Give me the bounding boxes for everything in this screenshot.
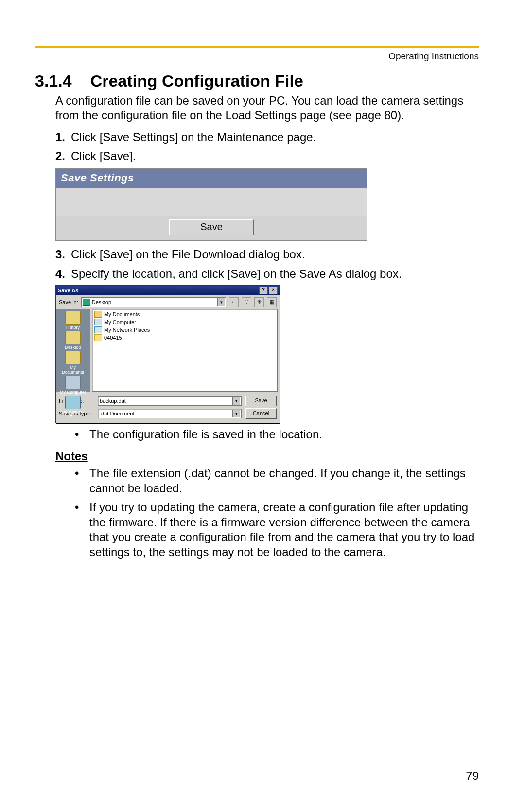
places-label: My Computer [60,390,86,395]
bullet-text: The configuration file is saved in the l… [89,427,322,442]
places-desktop[interactable]: Desktop [58,331,88,350]
note-item: If you try to updating the camera, creat… [75,500,479,560]
document-page: Operating Instructions 3.1.4Creating Con… [0,0,525,560]
intro-paragraph: A configuration file can be saved on you… [55,93,479,123]
notes-list: The file extension (.dat) cannot be chan… [75,466,479,559]
desktop-icon [83,299,90,306]
running-head: Operating Instructions [35,51,479,62]
list-item-label: My Documents [104,311,140,317]
filename-value: backup.dat [100,398,126,404]
list-item-label: 040415 [104,335,122,341]
chevron-down-icon[interactable]: ▾ [232,410,240,417]
places-bar: History Desktop My Documents My Computer… [56,309,90,392]
list-item[interactable]: My Computer [94,318,275,326]
note-text: If you try to updating the camera, creat… [89,500,479,560]
list-item[interactable]: My Network Places [94,326,275,334]
save-as-dialog: Save As ? × Save in: Desktop ▾ ← ⇧ ✳ ▦ H… [55,285,280,423]
step-3: 3.Click [Save] on the File Download dial… [55,247,479,262]
filename-field[interactable]: backup.dat ▾ [98,396,242,406]
list-item[interactable]: 040415 [94,334,275,342]
save-button[interactable]: Save [169,219,254,235]
save-as-top-row: Save in: Desktop ▾ ← ⇧ ✳ ▦ [56,295,280,309]
notes-heading: Notes [55,450,479,463]
step-list-continued: 3.Click [Save] on the File Download dial… [55,247,479,281]
step-text: Click [Save]. [71,148,479,163]
folder-icon [65,311,81,325]
back-button[interactable]: ← [229,297,239,307]
save-settings-panel: Save Settings Save [55,168,368,241]
note-item: The file extension (.dat) cannot be chan… [75,466,479,496]
step-number: 2. [55,148,71,163]
list-item-label: My Computer [104,319,136,325]
section-title: Creating Configuration File [90,72,303,90]
savetype-row: Save as type: .dat Document ▾ Cancel [59,408,277,419]
save-as-bottom: File name: backup.dat ▾ Save Save as typ… [56,392,280,423]
savein-label: Save in: [59,299,78,305]
savetype-field[interactable]: .dat Document ▾ [98,409,242,418]
cancel-button[interactable]: Cancel [245,408,277,419]
list-item-label: My Network Places [104,327,150,333]
places-mydocs[interactable]: My Documents [58,351,88,375]
save-as-body: History Desktop My Documents My Computer… [56,309,280,392]
step-number: 3. [55,247,71,262]
savein-value: Desktop [92,299,111,305]
step-text: Specify the location, and click [Save] o… [71,266,479,281]
savetype-value: .dat Document [100,411,135,416]
step-1: 1.Click [Save Settings] on the Maintenan… [55,129,479,144]
computer-icon [94,319,102,325]
folder-icon [94,311,102,318]
post-dialog-bullets: The configuration file is saved in the l… [75,427,479,442]
close-button[interactable]: × [269,287,278,294]
up-button[interactable]: ⇧ [242,297,251,307]
places-label: History [66,325,80,330]
step-4: 4.Specify the location, and click [Save]… [55,266,479,281]
chevron-down-icon[interactable]: ▾ [217,298,225,306]
save-settings-body [56,188,367,216]
bullet-item: The configuration file is saved in the l… [75,427,479,442]
folder-icon [65,351,81,364]
section-number: 3.1.4 [35,72,72,90]
help-button[interactable]: ? [259,287,268,294]
chevron-down-icon[interactable]: ▾ [232,397,240,405]
places-label: My Documents [62,365,84,375]
filename-row: File name: backup.dat ▾ Save [59,396,277,406]
savetype-label: Save as type: [59,411,94,416]
new-folder-button[interactable]: ✳ [254,297,264,307]
step-text: Click [Save] on the File Download dialog… [71,247,479,262]
step-2: 2.Click [Save]. [55,148,479,163]
save-button[interactable]: Save [245,396,277,406]
save-as-title-text: Save As [58,288,78,293]
step-number: 1. [55,129,71,144]
file-list[interactable]: My Documents My Computer My Network Plac… [92,309,278,392]
folder-icon [65,331,81,344]
folder-icon [94,334,102,341]
places-label: Desktop [65,345,81,350]
save-settings-title: Save Settings [56,169,367,188]
places-history[interactable]: History [58,311,88,330]
step-list: 1.Click [Save Settings] on the Maintenan… [55,129,479,163]
section-heading: 3.1.4Creating Configuration File [35,72,479,90]
network-icon [94,326,102,333]
step-number: 4. [55,266,71,281]
network-icon [65,396,81,409]
note-text: The file extension (.dat) cannot be chan… [89,466,479,496]
savein-combo[interactable]: Desktop ▾ [81,297,226,307]
page-number: 79 [466,769,479,783]
save-settings-button-row: Save [56,216,367,240]
save-as-titlebar: Save As ? × [56,286,280,295]
list-item[interactable]: My Documents [94,310,275,318]
step-text: Click [Save Settings] on the Maintenance… [71,129,479,144]
view-button[interactable]: ▦ [267,297,277,307]
places-mycomp[interactable]: My Computer [58,376,88,395]
top-rule [35,46,479,48]
divider [63,202,360,202]
computer-icon [65,376,81,389]
